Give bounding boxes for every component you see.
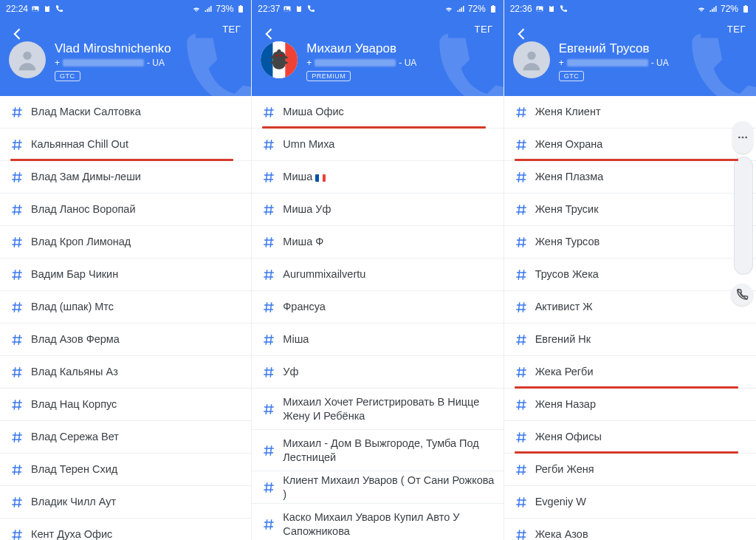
tag-label: Уф <box>283 365 298 378</box>
profile-header: ТЕГ Vlad Miroshnichenko + - UA GTC <box>0 18 251 96</box>
tag-label: Кент Духа Офис <box>31 527 112 540</box>
tag-list[interactable]: Женя КлиентЖеня ОхранаЖеня ПлазмаЖеня Тр… <box>504 96 756 540</box>
tag-label: Влад Маски Салтовка <box>31 105 141 118</box>
hash-icon <box>262 333 275 346</box>
battery-text: 72% <box>468 4 486 14</box>
svg-rect-20 <box>549 6 554 12</box>
tag-row[interactable]: Миша Ф <box>252 226 503 259</box>
tag-label: Влад Сережа Вет <box>31 430 119 443</box>
tag-label: Влад (шпак) Мтс <box>31 300 114 313</box>
tag-row[interactable]: Женя Трусик <box>504 194 756 226</box>
hash-icon <box>10 301 24 314</box>
svg-point-6 <box>23 52 31 60</box>
profile-name: Евгений Трусов <box>559 41 669 56</box>
svg-rect-10 <box>298 5 300 7</box>
hash-icon <box>10 463 24 476</box>
hash-icon <box>515 431 528 444</box>
back-button[interactable] <box>512 24 532 44</box>
hash-icon <box>515 301 528 314</box>
hash-icon <box>10 268 24 281</box>
tag-row[interactable]: Aurummixailvertu <box>252 259 503 291</box>
tag-row[interactable]: Влад Маски Салтовка <box>0 96 251 129</box>
tag-row[interactable]: Регби Женя <box>504 454 756 486</box>
tag-list[interactable]: Миша ОфисUmn МихаМиша Миша УфМиша ФAurum… <box>252 96 503 540</box>
tag-row[interactable]: Трусов Жека <box>504 259 756 291</box>
tag-row[interactable]: Каско Михаил Уваров Купил Авто У Сапожни… <box>252 504 503 540</box>
tag-row[interactable]: Кент Духа Офис <box>0 519 251 540</box>
tag-row[interactable]: Жека Азов <box>504 519 756 540</box>
svg-rect-4 <box>238 6 243 13</box>
tag-row[interactable]: Уф <box>252 356 503 389</box>
tag-row[interactable]: Женя Назар <box>504 389 756 421</box>
tag-row[interactable]: Михаил - Дом В Выжгороде, Тумба Под Лест… <box>252 430 503 471</box>
tag-row[interactable]: Женя Офисы <box>504 421 756 454</box>
hash-icon <box>10 171 24 184</box>
svg-rect-5 <box>240 5 241 6</box>
tag-row[interactable]: Влад (шпак) Мтс <box>0 291 251 324</box>
tag-row[interactable]: Женя Охрана <box>504 129 756 161</box>
status-time: 22:36 <box>510 4 532 14</box>
mute-call-button[interactable] <box>731 284 753 306</box>
svg-point-26 <box>742 137 744 139</box>
tag-row[interactable]: Женя Турсов <box>504 226 756 259</box>
hash-icon <box>10 528 24 541</box>
status-time: 22:24 <box>6 4 28 14</box>
tag-row[interactable]: Влад Азов Ферма <box>0 324 251 356</box>
back-button[interactable] <box>7 24 28 44</box>
hash-icon <box>515 138 528 151</box>
tag-row[interactable]: Активист Ж <box>504 291 756 324</box>
tag-row[interactable]: Женя Плазма <box>504 161 756 194</box>
hash-icon <box>515 366 528 379</box>
profile-phone: + - UA <box>306 58 416 68</box>
tag-row[interactable]: Женя Клиент <box>504 96 756 129</box>
tag-row[interactable]: Влад Ланос Воропай <box>0 194 251 226</box>
avatar[interactable] <box>9 41 46 78</box>
tag-label: Aurummixailvertu <box>283 267 365 281</box>
tag-row[interactable]: Владик Чилл Аут <box>0 486 251 519</box>
tag-row[interactable]: Влад Терен Схид <box>0 454 251 486</box>
tag-row[interactable]: Миша <box>252 161 503 194</box>
tag-row[interactable]: Жека Регби <box>504 356 756 389</box>
tag-row[interactable]: Франсуа <box>252 291 503 324</box>
profile-name: Vlad Miroshnichenko <box>55 41 171 56</box>
tag-row[interactable]: Влад Нац Корпус <box>0 389 251 421</box>
tag-row[interactable]: Клиент Михаил Уваров ( От Сани Рожкова ) <box>252 471 503 504</box>
svg-point-17 <box>281 55 283 57</box>
more-options-button[interactable] <box>732 121 753 154</box>
tag-row[interactable]: Влад Кроп Лимонад <box>0 226 251 259</box>
tag-list[interactable]: Влад Маски СалтовкаКальянная Chill OutВл… <box>0 96 251 540</box>
tag-label: Влад Азов Ферма <box>31 332 120 346</box>
tag-row[interactable]: Вадим Бар Чикин <box>0 259 251 291</box>
tag-label: Михаил - Дом В Выжгороде, Тумба Под Лест… <box>283 437 495 463</box>
tag-label: Evgeniy W <box>535 495 586 508</box>
tag-label: Каско Михаил Уваров Купил Авто У Сапожни… <box>283 510 495 537</box>
hash-icon <box>262 171 275 184</box>
tag-row[interactable]: Миша Офис <box>252 96 503 129</box>
tag-row[interactable]: Влад Сережа Вет <box>0 421 251 454</box>
status-bar: 22:24 73% <box>0 0 251 18</box>
avatar[interactable] <box>513 41 550 78</box>
avatar[interactable] <box>261 41 298 78</box>
scrollbar-thumb[interactable] <box>734 157 753 275</box>
tag-row[interactable]: Евгений Нк <box>504 324 756 356</box>
hash-icon <box>262 444 275 457</box>
svg-point-25 <box>738 137 740 139</box>
tag-row[interactable]: Миша Уф <box>252 194 503 226</box>
tag-row[interactable]: Міша <box>252 324 503 356</box>
tag-label: Кальянная Chill Out <box>31 137 128 151</box>
hash-icon <box>515 236 528 249</box>
profile-header: ТЕГ Михаил Уваров + - UA PREMIUM <box>252 18 503 96</box>
tag-row[interactable]: Влад Зам Димы-леши <box>0 161 251 194</box>
highlight-underline <box>10 159 233 161</box>
battery-text: 72% <box>721 4 738 14</box>
hash-icon <box>262 268 275 281</box>
image-icon <box>31 4 40 13</box>
tag-row[interactable]: Кальянная Chill Out <box>0 129 251 161</box>
tag-row[interactable]: Михаил Хочет Регистрировать В Ницце Жену… <box>252 389 503 430</box>
tag-row[interactable]: Evgeniy W <box>504 486 756 519</box>
tag-row[interactable]: Umn Миха <box>252 129 503 161</box>
wifi-icon <box>192 4 201 13</box>
tag-row[interactable]: Влад Кальяны Аз <box>0 356 251 389</box>
svg-rect-21 <box>550 5 552 7</box>
svg-point-24 <box>527 52 535 60</box>
